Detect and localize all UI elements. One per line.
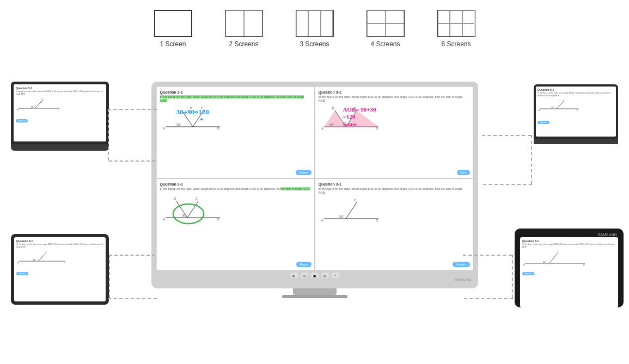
screen-option-1[interactable]: 1 Screen	[154, 10, 192, 48]
svg-text:A: A	[17, 108, 19, 111]
samsung-brand-label: SAMSUNG	[520, 233, 618, 237]
q4-diagram-svg: 30° A C D	[319, 197, 384, 227]
samsung-q-title: Question 3-1	[522, 239, 616, 243]
screen-option-3[interactable]: 3 Screens	[296, 10, 334, 48]
laptop-outer: Question 5-1 In the figure on the right,…	[11, 82, 109, 144]
svg-text:✦: ✦	[199, 116, 204, 122]
screen-thumb-2	[225, 10, 263, 37]
svg-text:C: C	[42, 97, 44, 100]
tablet-left-diagram: 30° A C D	[16, 250, 103, 267]
screen-options-bar: 1 Screen 2 Screens 3 Screens 4 Screens 6…	[0, 0, 629, 48]
svg-text:B: B	[174, 197, 176, 200]
monitor-icon-4[interactable]: ⊟	[321, 273, 329, 278]
svg-text:A: A	[163, 218, 165, 221]
laptop-q-title: Question 5-1	[16, 87, 104, 90]
samsung-q-text: In the figure on the right, when angle B…	[522, 243, 616, 249]
device-laptop: Question 5-1 In the figure on the right,…	[11, 82, 109, 151]
q4-title: Question 3-1	[319, 182, 469, 186]
screen-label-6: 6 Screens	[441, 40, 471, 48]
svg-text:C: C	[45, 250, 47, 253]
svg-text:50°: 50°	[329, 123, 335, 126]
monitor-icon-3[interactable]: ▣	[311, 273, 319, 278]
monitor-right-svg: 30° A C D	[538, 99, 581, 113]
q4-diagram: 30° A C D	[319, 197, 469, 227]
svg-text:30°: 30°	[543, 261, 546, 263]
dashed-line-samsung-bottom	[464, 298, 513, 299]
tablet-left-q-text: In the figure on the right, when angle B…	[16, 243, 103, 249]
samsung-diagram: 30° A C D	[522, 250, 616, 267]
q1-annotation: 30+90=120	[176, 108, 209, 116]
laptop-q-text: In the figure on the right, when angle B…	[16, 90, 104, 96]
monitor-brand: SAMSUNG	[156, 278, 474, 281]
screen-option-4[interactable]: 4 Screens	[367, 10, 405, 48]
samsung-badge: Angelina	[522, 272, 534, 275]
svg-text:30°: 30°	[182, 214, 187, 217]
q2-title: Question 3-1	[319, 90, 469, 94]
tablet-left-screen: Question 3-1 In the figure on the right,…	[14, 237, 106, 301]
quadrant-megan: Question 3-1 In the figure on the right,…	[156, 178, 315, 270]
samsung-screen: Question 3-1 In the figure on the right,…	[520, 237, 618, 307]
svg-text:D: D	[217, 218, 220, 221]
q2-badge: Chris	[457, 170, 470, 175]
screen-label-3: 3 Screens	[300, 40, 329, 48]
q1-badge: Andrew	[296, 170, 312, 175]
main-monitor-area: Question 3-1 In the figure on the right,…	[151, 82, 478, 294]
monitor-stand	[293, 288, 337, 295]
dashed-line-tablet-left-bottom	[108, 298, 157, 299]
monitor-right-screen: Question 5-1 In the figure on the right,…	[536, 87, 616, 137]
dashed-line-samsung-h	[463, 255, 512, 256]
quadrant-angelina: Question 3-1 In the figure on the right,…	[315, 178, 473, 270]
device-monitor-right: Question 5-1 In the figure on the right,…	[534, 84, 618, 144]
svg-text:D: D	[58, 108, 59, 111]
svg-line-29	[346, 202, 357, 219]
screen-label-4: 4 Screens	[370, 40, 400, 48]
svg-marker-12	[324, 110, 346, 127]
dashed-line-laptop-v	[108, 109, 109, 161]
monitor-right-q-title: Question 5-1	[538, 88, 614, 91]
monitor-right-badge: Angelina	[538, 121, 549, 124]
svg-text:30°: 30°	[176, 123, 182, 126]
monitor-icon-1[interactable]: ⊞	[290, 273, 298, 278]
q4-text: In the figure on the right, when angle B…	[319, 187, 469, 195]
q2-diagram: 50° A B C D AOB= 90+30=120Same	[319, 105, 469, 135]
q1-diagram: 30° A B C D ✦ 30+90=120	[160, 105, 311, 135]
screen-thumb-3	[296, 10, 334, 37]
svg-text:30°: 30°	[551, 106, 554, 109]
svg-text:D: D	[376, 219, 378, 222]
q1-highlighted-text: In the figure on the right, when angle B…	[160, 95, 304, 102]
monitor-icon-2[interactable]: ⊡	[301, 273, 308, 278]
svg-text:A: A	[321, 219, 323, 222]
svg-text:30°: 30°	[33, 258, 36, 261]
screen-thumb-1	[154, 10, 192, 37]
monitor-right-stand	[534, 139, 618, 144]
svg-text:D: D	[217, 127, 220, 130]
laptop-svg: 30° A C D	[16, 97, 65, 113]
q3-diagram: 30° A B C D	[160, 193, 311, 223]
svg-text:A: A	[539, 109, 540, 112]
tablet-left-q-title: Question 3-1	[16, 239, 103, 243]
laptop-screen: Question 5-1 In the figure on the right,…	[14, 84, 106, 141]
monitor-screen: Question 3-1 In the figure on the right,…	[156, 86, 474, 271]
svg-line-47	[557, 101, 564, 109]
svg-text:A: A	[321, 127, 323, 130]
svg-text:30°: 30°	[339, 215, 345, 218]
screen-option-6[interactable]: 6 Screens	[437, 10, 475, 48]
monitor-base	[282, 295, 347, 298]
monitor-right-q-text: In the figure on the right, when angle B…	[538, 92, 614, 97]
screen-option-2[interactable]: 2 Screens	[225, 10, 263, 48]
monitor-icon-5[interactable]: −	[332, 273, 339, 278]
monitor-bottom-bar: ⊞ ⊡ ▣ ⊟ −	[156, 273, 474, 278]
q1-text: In the figure on the right, when angle B…	[160, 95, 311, 103]
dashed-line-tablet-left-v	[109, 255, 110, 298]
svg-text:D: D	[577, 109, 578, 112]
svg-text:A: A	[523, 263, 525, 266]
dashed-line-laptop-h	[109, 161, 155, 162]
monitor-right-body: Question 5-1 In the figure on the right,…	[534, 84, 618, 139]
q2-annotation: AOB= 90+30=120Same	[343, 106, 376, 128]
q3-highlighted: the size of angle AOB.	[280, 187, 310, 190]
svg-text:C: C	[196, 197, 198, 200]
laptop-badge: Angelina	[16, 119, 28, 122]
tablet-left-body: Question 3-1 In the figure on the right,…	[11, 234, 109, 305]
laptop-keyboard	[11, 144, 109, 151]
samsung-svg: 30° A C D	[522, 250, 588, 268]
